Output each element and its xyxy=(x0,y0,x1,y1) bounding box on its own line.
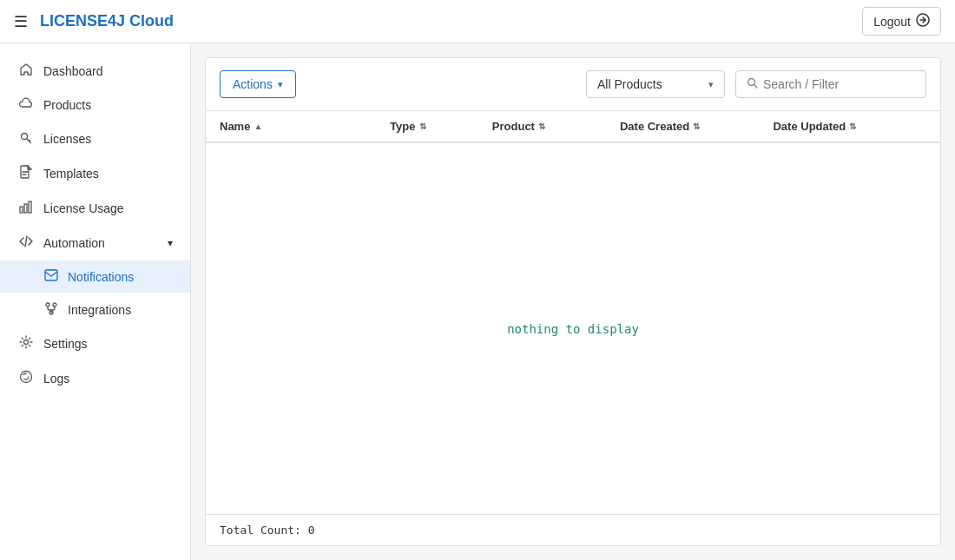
logout-button[interactable]: Logout xyxy=(862,7,941,36)
sidebar-item-label: Products xyxy=(43,98,91,112)
sidebar-item-settings[interactable]: Settings xyxy=(0,326,190,361)
main-content: Actions ▾ All Products ▾ Name xyxy=(191,43,955,560)
column-date-updated-label: Date Updated xyxy=(773,120,846,133)
svg-rect-5 xyxy=(29,201,31,213)
column-type-label: Type xyxy=(390,120,415,133)
logout-icon xyxy=(916,13,930,30)
sidebar-item-license-usage[interactable]: License Usage xyxy=(0,191,190,226)
table-header: Name ▲ Type ⇅ Product ⇅ Date Created ⇅ D… xyxy=(206,111,940,143)
column-name[interactable]: Name ▲ xyxy=(220,120,390,133)
column-product[interactable]: Product ⇅ xyxy=(492,120,620,133)
app-logo: LICENSE4J Cloud xyxy=(40,12,862,30)
logout-label: Logout xyxy=(873,15,911,29)
chevron-down-icon: ▾ xyxy=(278,79,283,90)
key-icon xyxy=(17,130,35,148)
sidebar-item-label: Integrations xyxy=(68,303,131,317)
sidebar-item-licenses[interactable]: Licenses xyxy=(0,122,190,156)
svg-point-12 xyxy=(748,79,755,86)
total-count-label: Total Count: 0 xyxy=(220,524,315,537)
sidebar-item-label: License Usage xyxy=(43,201,124,215)
content-card: Actions ▾ All Products ▾ Name xyxy=(205,57,941,546)
column-date-updated[interactable]: Date Updated ⇅ xyxy=(773,120,926,133)
product-filter-label: All Products xyxy=(597,77,662,91)
sort-both-icon: ⇅ xyxy=(693,122,700,131)
sort-both-icon: ⇅ xyxy=(538,122,545,131)
sidebar-item-label: Notifications xyxy=(68,270,134,284)
code-icon xyxy=(17,234,35,252)
column-product-label: Product xyxy=(492,120,535,133)
cloud-icon xyxy=(17,97,35,113)
toolbar: Actions ▾ All Products ▾ xyxy=(206,58,940,111)
sort-asc-icon: ▲ xyxy=(254,122,262,131)
sidebar-item-integrations[interactable]: Integrations xyxy=(0,293,190,326)
sort-both-icon: ⇅ xyxy=(419,122,426,131)
column-date-created[interactable]: Date Created ⇅ xyxy=(620,120,774,133)
search-input[interactable] xyxy=(763,77,915,91)
sidebar-item-label: Logs xyxy=(43,372,69,385)
product-filter-dropdown[interactable]: All Products ▾ xyxy=(586,70,725,98)
sort-both-icon: ⇅ xyxy=(849,122,856,131)
house-icon xyxy=(17,63,35,80)
svg-point-11 xyxy=(21,372,32,383)
sidebar: Dashboard Products Licenses Templates Li xyxy=(0,43,191,560)
table-body: nothing to display xyxy=(206,143,940,514)
table-footer: Total Count: 0 xyxy=(206,514,940,545)
empty-message: nothing to display xyxy=(507,322,639,336)
chevron-down-icon: ▾ xyxy=(168,237,173,249)
logs-icon xyxy=(17,370,35,387)
chevron-down-icon: ▾ xyxy=(708,79,714,90)
column-type[interactable]: Type ⇅ xyxy=(390,120,492,133)
svg-rect-4 xyxy=(24,204,27,213)
actions-button[interactable]: Actions ▾ xyxy=(220,70,296,98)
sidebar-item-label: Licenses xyxy=(43,132,91,146)
chart-icon xyxy=(17,200,35,217)
sidebar-item-products[interactable]: Products xyxy=(0,89,190,122)
sidebar-item-templates[interactable]: Templates xyxy=(0,156,190,191)
svg-rect-6 xyxy=(45,270,57,280)
sidebar-item-label: Dashboard xyxy=(43,64,103,78)
svg-rect-3 xyxy=(20,207,23,213)
column-name-label: Name xyxy=(220,120,250,133)
settings-icon xyxy=(17,335,35,352)
sidebar-item-dashboard[interactable]: Dashboard xyxy=(0,54,190,89)
sidebar-item-label: Settings xyxy=(43,337,88,351)
file-icon xyxy=(17,165,35,182)
search-icon xyxy=(747,77,758,91)
sidebar-item-label: Automation xyxy=(43,236,105,250)
integrations-icon xyxy=(43,301,59,318)
sidebar-item-automation[interactable]: Automation ▾ xyxy=(0,226,190,260)
column-date-created-label: Date Created xyxy=(620,120,689,133)
search-filter-box[interactable] xyxy=(735,70,926,98)
svg-point-10 xyxy=(24,340,29,345)
sidebar-item-notifications[interactable]: Notifications xyxy=(0,260,190,293)
hamburger-icon[interactable]: ☰ xyxy=(14,12,28,31)
actions-label: Actions xyxy=(233,77,273,91)
sidebar-item-label: Templates xyxy=(43,167,99,181)
sidebar-item-logs[interactable]: Logs xyxy=(0,361,190,396)
mail-icon xyxy=(43,269,59,284)
